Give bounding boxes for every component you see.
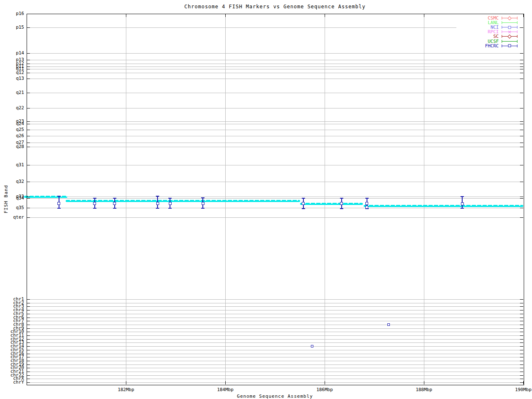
y-tick-left: [27, 361, 30, 361]
y-tick-left: [27, 328, 30, 329]
y-tick-label: q24: [0, 121, 24, 126]
y-tick-left: [27, 108, 30, 108]
y-tick-left: [27, 335, 30, 336]
y-tick-left: [27, 198, 30, 199]
x-tick-bottom: [325, 381, 325, 384]
legend-entry-fhcrc: FHCRC: [461, 44, 517, 48]
y-tick-right: [520, 342, 523, 343]
legend-sample-cap: [502, 44, 502, 47]
legend-entry-sc: SC: [461, 34, 517, 39]
x-tick-bottom: [225, 381, 226, 384]
y-tick-left: [27, 372, 30, 372]
legend-sample-cap: [502, 30, 502, 33]
y-tick-left: [27, 165, 30, 165]
y-tick-right: [520, 314, 523, 314]
y-tick-label: chrY: [0, 380, 24, 385]
y-tick-right: [520, 299, 523, 300]
y-tick-left: [27, 60, 30, 60]
y-tick-right: [520, 124, 523, 124]
legend-sample: [502, 16, 517, 20]
chart-title: Chromosome 4 FISH Markers vs Genome Sequ…: [27, 4, 523, 10]
legend-sample-cap: [517, 21, 517, 24]
y-tick-left: [27, 217, 30, 218]
diamond-marker-icon: [507, 16, 512, 20]
y-tick-right: [520, 339, 523, 340]
y-tick-right: [520, 130, 523, 130]
y-tick-right: [520, 217, 523, 218]
y-tick-right: [520, 27, 523, 28]
y-tick-left: [27, 357, 30, 357]
y-tick-label: p16: [0, 11, 24, 16]
y-tick-left: [27, 143, 30, 143]
y-tick-left: [27, 342, 30, 343]
diamond-marker-icon: [507, 34, 512, 39]
y-tick-left: [27, 375, 30, 376]
y-tick-label: q32: [0, 179, 24, 184]
x-axis-title: Genome Sequence Assembly: [27, 394, 523, 399]
x-tick-top: [225, 14, 226, 17]
y-tick-left: [27, 14, 30, 14]
y-tick-right: [520, 93, 523, 93]
y-tick-left: [27, 354, 30, 354]
y-tick-right: [520, 208, 523, 208]
y-tick-right: [520, 147, 523, 147]
y-tick-left: [27, 136, 30, 136]
y-tick-right: [520, 303, 523, 303]
x-tick-label: 182Mbp: [113, 387, 138, 392]
legend-sample-cap: [517, 44, 517, 47]
legend: CSMCLANLNCIRPCISCUCSFFHCRC: [456, 15, 519, 49]
legend-sample: [502, 25, 517, 30]
y-tick-left: [27, 368, 30, 368]
y-tick-right: [520, 361, 523, 361]
y-tick-label: q26: [0, 133, 24, 138]
legend-sample-line: [502, 41, 517, 42]
y-tick-left: [27, 306, 30, 307]
y-tick-left: [27, 79, 30, 79]
y-tick-right: [520, 357, 523, 357]
y-tick-right: [520, 165, 523, 165]
x-tick-label: 186Mbp: [312, 387, 337, 392]
x-tick-top: [424, 14, 424, 17]
y-tick-right: [520, 318, 523, 318]
y-tick-right: [520, 332, 523, 332]
y-tick-right: [520, 335, 523, 336]
plot-border: [27, 14, 524, 385]
y-tick-left: [27, 339, 30, 340]
y-tick-right: [520, 79, 523, 79]
y-tick-left: [27, 299, 30, 300]
y-tick-right: [520, 60, 523, 60]
y-tick-right: [520, 53, 523, 54]
y-tick-left: [27, 66, 30, 67]
y-tick-right: [520, 368, 523, 368]
y-tick-left: [27, 197, 30, 197]
y-tick-right: [520, 182, 523, 182]
y-tick-left: [27, 314, 30, 314]
y-tick-right: [520, 198, 523, 199]
y-tick-left: [27, 379, 30, 379]
legend-sample-cap: [502, 21, 502, 24]
y-tick-right: [520, 64, 523, 64]
y-tick-left: [27, 27, 30, 28]
y-tick-right: [520, 379, 523, 379]
y-tick-label: q25: [0, 127, 24, 132]
y-tick-left: [27, 69, 30, 69]
y-tick-right: [520, 73, 523, 73]
y-tick-right: [520, 321, 523, 321]
y-tick-left: [27, 346, 30, 347]
y-tick-right: [520, 197, 523, 197]
y-tick-right: [520, 365, 523, 365]
x-tick-bottom: [523, 381, 524, 384]
x-tick-label: 188Mbp: [411, 387, 436, 392]
y-tick-right: [520, 143, 523, 143]
y-tick-left: [27, 130, 30, 130]
y-tick-left: [27, 350, 30, 350]
y-tick-right: [520, 108, 523, 108]
x-tick-label: 190Mbp: [511, 387, 532, 392]
y-tick-label: q21: [0, 90, 24, 95]
y-tick-left: [27, 208, 30, 208]
y-tick-label: q22: [0, 106, 24, 111]
x-tick-bottom: [126, 381, 126, 384]
y-tick-right: [520, 310, 523, 310]
legend-sample: [502, 20, 517, 25]
y-tick-left: [27, 121, 30, 122]
